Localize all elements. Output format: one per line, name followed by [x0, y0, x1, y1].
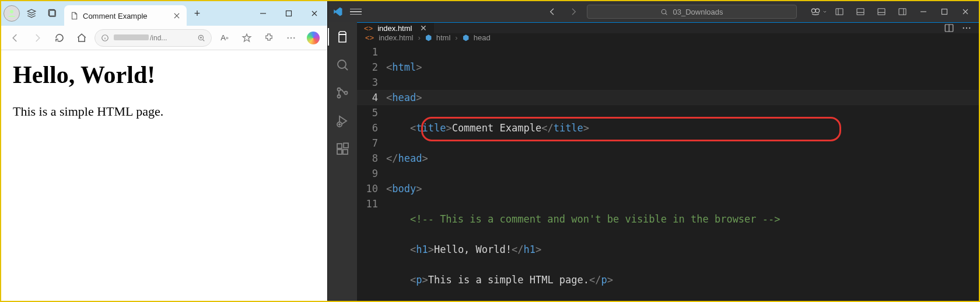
svg-point-17	[338, 60, 346, 68]
svg-point-29	[969, 27, 970, 29]
activity-bar	[328, 22, 357, 301]
svg-point-7	[290, 37, 292, 38]
browser-tab[interactable]: Comment Example	[64, 5, 187, 26]
workspaces-icon[interactable]	[22, 4, 41, 23]
explorer-button[interactable]	[335, 29, 350, 44]
cube-icon: ⬢	[463, 33, 469, 42]
favorites-button[interactable]	[237, 29, 256, 47]
close-tab-button[interactable]: ✕	[420, 23, 427, 33]
vscode-titlebar: 03_Downloads	[328, 1, 979, 22]
browser-tabstrip: Comment Example +	[1, 1, 327, 26]
copilot-chat-button[interactable]	[810, 4, 827, 19]
page-paragraph: This is a simple HTML page.	[13, 104, 316, 119]
layout-left-button[interactable]	[831, 4, 848, 19]
crumb-head[interactable]: head	[474, 33, 491, 42]
zoom-icon[interactable]	[197, 34, 205, 42]
search-label: 03_Downloads	[673, 8, 723, 16]
more-actions-button[interactable]	[961, 23, 972, 33]
search-button[interactable]	[335, 57, 350, 72]
window-controls	[250, 4, 327, 23]
editor-area: <> index.html ✕ <> index.html › ⬢ html ›…	[357, 22, 979, 301]
command-center-search[interactable]: 03_Downloads	[587, 5, 797, 19]
svg-rect-14	[878, 9, 885, 15]
more-button[interactable]	[282, 29, 300, 47]
svg-point-19	[338, 95, 341, 98]
layout-bottom-button[interactable]	[852, 4, 869, 19]
crumb-file[interactable]: index.html	[379, 33, 413, 42]
svg-point-0	[10, 10, 13, 13]
svg-rect-25	[344, 143, 348, 148]
forward-button[interactable]	[28, 29, 47, 47]
refresh-button[interactable]	[50, 29, 69, 47]
split-editor-button[interactable]	[944, 23, 954, 33]
minimize-button[interactable]	[250, 4, 276, 23]
source-control-button[interactable]	[335, 85, 350, 100]
svg-point-11	[816, 9, 820, 13]
maximize-button[interactable]	[936, 4, 953, 19]
editor-tab[interactable]: <> index.html ✕	[357, 23, 435, 33]
extensions-button[interactable]	[260, 29, 278, 47]
layout-panel-button[interactable]	[873, 4, 890, 19]
breadcrumbs[interactable]: <> index.html › ⬢ html › ⬢ head	[357, 33, 979, 42]
svg-point-18	[338, 88, 341, 91]
html-file-icon: <>	[364, 24, 373, 33]
profile-avatar[interactable]	[4, 5, 20, 22]
address-bar[interactable]: /ind...	[94, 29, 212, 47]
vscode-window: 03_Downloads <> index.html	[328, 1, 979, 301]
document-icon	[70, 12, 78, 20]
svg-rect-13	[857, 9, 864, 15]
nav-back-button[interactable]	[545, 4, 560, 19]
svg-point-6	[288, 37, 289, 38]
search-icon	[660, 8, 668, 16]
code-lines[interactable]: <html> <head> <title>Comment Example</ti…	[386, 44, 979, 302]
svg-point-10	[811, 9, 816, 13]
read-aloud-button[interactable]: A»	[215, 29, 234, 47]
close-window-button[interactable]	[302, 4, 327, 23]
close-window-button[interactable]	[957, 4, 974, 19]
vscode-logo-icon	[332, 6, 343, 17]
svg-point-27	[963, 27, 964, 29]
back-button[interactable]	[6, 29, 24, 47]
info-icon	[101, 34, 109, 42]
svg-rect-3	[286, 11, 292, 16]
code-editor[interactable]: 1234567891011 <html> <head> <title>Comme…	[357, 42, 979, 302]
svg-rect-15	[899, 9, 906, 15]
layout-right-button[interactable]	[894, 4, 911, 19]
browser-viewport: Hello, World! This is a simple HTML page…	[1, 50, 327, 301]
editor-tabbar: <> index.html ✕	[357, 23, 979, 33]
tab-title: Comment Example	[83, 12, 168, 20]
svg-point-8	[293, 37, 295, 38]
svg-point-20	[345, 92, 348, 95]
titlebar-right-controls	[810, 4, 974, 19]
new-tab-button[interactable]: +	[189, 5, 205, 22]
url-text: /ind...	[114, 34, 192, 42]
copilot-button[interactable]	[304, 29, 323, 47]
svg-rect-24	[343, 150, 348, 154]
browser-toolbar: /ind... A»	[1, 26, 327, 50]
svg-rect-22	[337, 144, 342, 148]
hamburger-menu-button[interactable]	[350, 6, 362, 18]
svg-rect-16	[942, 9, 947, 15]
svg-point-9	[662, 9, 667, 14]
line-gutter: 1234567891011	[357, 44, 386, 302]
nav-forward-button[interactable]	[566, 4, 581, 19]
extensions-button[interactable]	[335, 141, 350, 157]
editor-tab-filename: index.html	[377, 24, 412, 33]
home-button[interactable]	[72, 29, 91, 47]
minimize-button[interactable]	[915, 4, 932, 19]
cube-icon: ⬢	[425, 33, 432, 42]
browser-window: Comment Example + /ind... A» Hello, Worl…	[1, 1, 328, 301]
close-icon[interactable]	[173, 12, 181, 20]
crumb-html[interactable]: html	[436, 33, 451, 42]
svg-rect-23	[337, 150, 342, 154]
run-debug-button[interactable]	[335, 113, 350, 129]
tab-actions-icon[interactable]	[43, 4, 62, 23]
svg-point-28	[966, 27, 967, 29]
page-heading: Hello, World!	[13, 61, 316, 89]
svg-rect-12	[836, 9, 843, 15]
maximize-button[interactable]	[276, 4, 302, 23]
html-file-icon: <>	[365, 33, 374, 42]
